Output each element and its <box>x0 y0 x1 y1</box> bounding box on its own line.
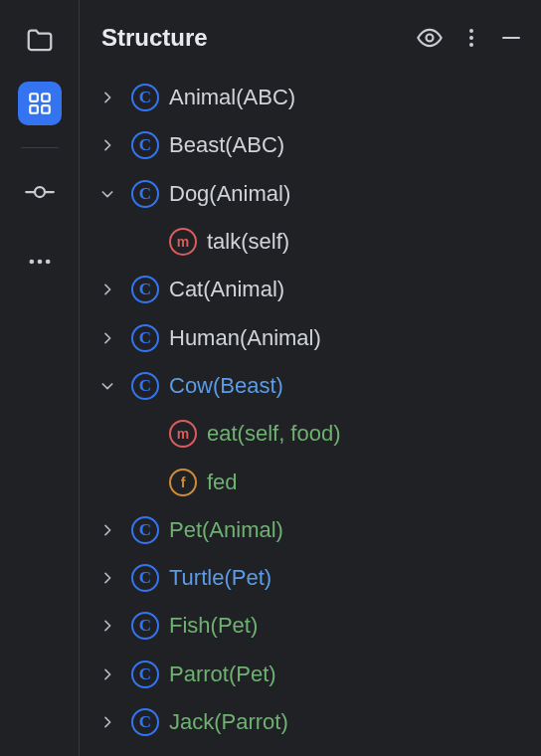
chevron-right-icon[interactable] <box>97 520 117 540</box>
node-label: Cow(Beast) <box>169 373 283 399</box>
chevron-right-icon[interactable] <box>97 88 117 107</box>
node-label: Dog(Animal) <box>169 181 290 207</box>
tree-node[interactable]: CJack(Parrot) <box>84 698 541 746</box>
svg-point-7 <box>29 260 34 265</box>
tree-node[interactable]: CTurtle(Pet) <box>84 554 541 602</box>
class-badge-icon: C <box>131 131 159 159</box>
node-label: eat(self, food) <box>207 421 341 447</box>
chevron-right-icon[interactable] <box>97 664 117 684</box>
node-label: Fish(Pet) <box>169 613 258 639</box>
tree-node[interactable]: CCat(Animal) <box>84 266 541 313</box>
chevron-right-icon[interactable] <box>97 616 117 636</box>
more-tools-button[interactable] <box>18 240 62 284</box>
node-label: Jack(Parrot) <box>169 709 288 735</box>
class-badge-icon: C <box>131 276 159 303</box>
class-badge-icon: C <box>131 372 159 400</box>
structure-tool-button[interactable] <box>18 82 62 125</box>
method-badge-icon: m <box>169 228 197 256</box>
method-badge-icon: m <box>169 420 197 448</box>
project-tool-button[interactable] <box>18 18 62 62</box>
tree-node[interactable]: CFish(Pet) <box>84 602 541 650</box>
folder-icon <box>25 25 55 55</box>
tree-node[interactable]: CPet(Animal) <box>84 506 541 554</box>
svg-rect-3 <box>42 105 50 113</box>
tree-node[interactable]: CHuman(Animal) <box>84 313 541 361</box>
more-horizontal-icon <box>26 248 54 276</box>
class-badge-icon: C <box>131 84 159 111</box>
node-label: Cat(Animal) <box>169 277 284 302</box>
svg-point-13 <box>469 43 473 47</box>
commit-icon <box>25 177 55 207</box>
chevron-right-icon[interactable] <box>97 568 117 588</box>
svg-point-10 <box>427 35 434 42</box>
tool-window-bar <box>0 0 80 756</box>
svg-rect-0 <box>30 94 38 101</box>
node-label: Turtle(Pet) <box>169 565 271 591</box>
panel-header: Structure <box>80 12 541 74</box>
node-label: Human(Animal) <box>169 325 321 351</box>
app-root: Structure <box>0 0 541 756</box>
node-label: fed <box>207 470 238 495</box>
panel-title: Structure <box>101 24 416 52</box>
class-badge-icon: C <box>131 180 159 208</box>
chevron-right-icon[interactable] <box>97 712 117 732</box>
tree-node[interactable]: CDog(Animal) <box>84 170 541 218</box>
node-label: Pet(Animal) <box>169 517 283 543</box>
structure-tree[interactable]: CAnimal(ABC)CBeast(ABC)CDog(Animal)mtalk… <box>80 74 541 746</box>
node-label: Beast(ABC) <box>169 132 284 158</box>
svg-point-12 <box>469 36 473 40</box>
class-badge-icon: C <box>131 612 159 640</box>
svg-point-11 <box>469 29 473 33</box>
tree-node[interactable]: ffed <box>84 458 541 505</box>
panel-header-actions <box>416 24 523 52</box>
commit-tool-button[interactable] <box>18 170 62 214</box>
field-badge-icon: f <box>169 469 197 496</box>
structure-icon <box>27 91 53 116</box>
class-badge-icon: C <box>131 708 159 736</box>
separator <box>21 147 59 148</box>
svg-rect-1 <box>42 94 50 101</box>
tree-node[interactable]: CParrot(Pet) <box>84 651 541 698</box>
view-options-button[interactable] <box>416 24 444 52</box>
hide-panel-button[interactable] <box>499 26 523 50</box>
tree-node[interactable]: CCow(Beast) <box>84 362 541 410</box>
node-label: Animal(ABC) <box>169 85 295 110</box>
chevron-down-icon[interactable] <box>97 184 117 204</box>
svg-point-8 <box>37 260 42 265</box>
class-badge-icon: C <box>131 564 159 592</box>
class-badge-icon: C <box>131 324 159 352</box>
node-label: Parrot(Pet) <box>169 662 276 687</box>
structure-panel: Structure <box>80 0 541 756</box>
tree-node[interactable]: CAnimal(ABC) <box>84 74 541 121</box>
svg-rect-2 <box>30 105 38 113</box>
svg-point-9 <box>45 260 50 265</box>
class-badge-icon: C <box>131 516 159 544</box>
panel-menu-button[interactable] <box>467 26 475 50</box>
tree-node[interactable]: meat(self, food) <box>84 410 541 458</box>
chevron-down-icon[interactable] <box>97 376 117 396</box>
chevron-right-icon[interactable] <box>97 328 117 348</box>
node-label: talk(self) <box>207 229 289 255</box>
class-badge-icon: C <box>131 661 159 688</box>
tree-node[interactable]: CBeast(ABC) <box>84 121 541 169</box>
chevron-right-icon[interactable] <box>97 280 117 299</box>
tree-node[interactable]: mtalk(self) <box>84 218 541 266</box>
svg-point-4 <box>35 187 45 197</box>
chevron-right-icon[interactable] <box>97 135 117 155</box>
